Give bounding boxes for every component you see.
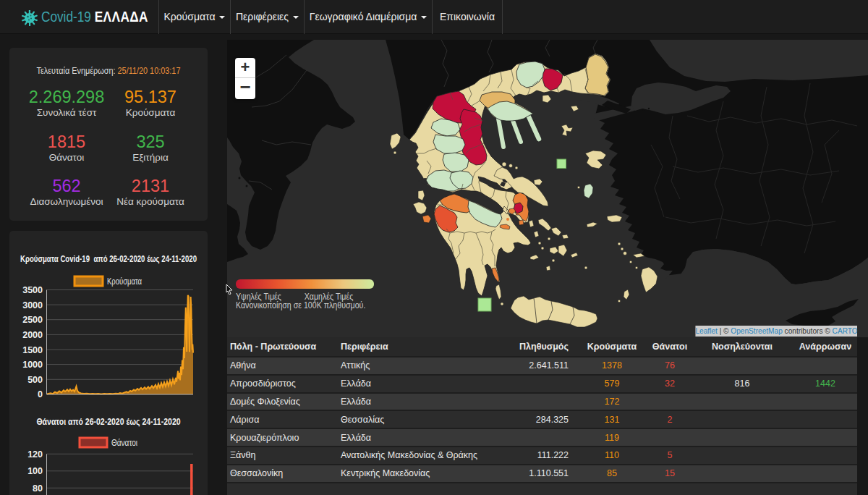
svg-text:500: 500 xyxy=(27,375,43,385)
svg-text:Κρούσματα: Κρούσματα xyxy=(107,276,142,287)
svg-text:1000: 1000 xyxy=(22,360,43,370)
svg-text:1500: 1500 xyxy=(22,345,43,355)
svg-text:100: 100 xyxy=(27,466,43,476)
svg-text:3000: 3000 xyxy=(22,300,43,310)
svg-text:80: 80 xyxy=(33,483,43,494)
svg-text:120: 120 xyxy=(27,449,43,460)
svg-text:0: 0 xyxy=(38,389,43,399)
svg-text:Θάνατοι: Θάνατοι xyxy=(111,438,137,448)
svg-text:3500: 3500 xyxy=(22,285,43,295)
svg-text:2500: 2500 xyxy=(22,315,43,325)
svg-text:2000: 2000 xyxy=(22,330,43,340)
